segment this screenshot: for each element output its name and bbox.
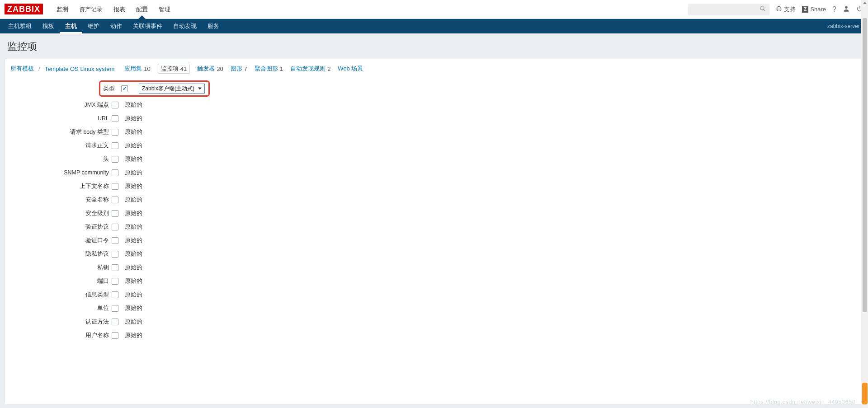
form-label: SNMP community <box>21 169 112 176</box>
chevron-down-icon <box>198 88 202 90</box>
form-label: 安全级别 <box>21 210 112 217</box>
breadcrumb-all-templates[interactable]: 所有模板 <box>10 65 34 73</box>
form-label: 私钥 <box>21 264 112 272</box>
form-label: 头 <box>21 155 112 163</box>
help-icon: ? <box>832 5 836 14</box>
form-checkbox[interactable] <box>112 319 118 325</box>
form-checkbox[interactable] <box>112 142 118 149</box>
form-row: 隐私协议原始的 <box>21 247 858 261</box>
form-row: 私钥原始的 <box>21 261 858 274</box>
subnav-item-6[interactable]: 自动发现 <box>168 19 202 33</box>
form-checkbox[interactable] <box>112 115 118 122</box>
form-row: 请求 body 类型原始的 <box>21 125 858 139</box>
type-select-value: Zabbix客户端(主动式) <box>142 85 194 93</box>
form-original-label: 原始的 <box>125 115 142 122</box>
form-checkbox[interactable] <box>112 129 118 136</box>
form-original-label: 原始的 <box>125 277 142 285</box>
scroll-thumb[interactable] <box>863 18 867 312</box>
form-row: 头原始的 <box>21 152 858 166</box>
headset-icon <box>776 5 782 13</box>
subnav-item-2[interactable]: 主机 <box>60 19 82 33</box>
z-icon: Z <box>802 6 808 13</box>
tab-label: 触发器 <box>197 65 215 73</box>
tab-label: 聚合图形 <box>255 65 278 73</box>
form-area: 类型 Zabbix客户端(主动式) JMX 端点原始的URL原始的请求 body… <box>10 80 858 342</box>
form-label: 安全名称 <box>21 196 112 204</box>
type-highlight: 类型 Zabbix客户端(主动式) <box>99 80 210 97</box>
form-checkbox[interactable] <box>112 169 118 176</box>
form-original-label: 原始的 <box>125 210 142 217</box>
tab-1[interactable]: 监控项 41 <box>158 64 190 74</box>
form-checkbox[interactable] <box>112 197 118 203</box>
form-label: 上下文名称 <box>21 183 112 190</box>
form-original-label: 原始的 <box>125 305 142 312</box>
form-label: 用户名称 <box>21 332 112 339</box>
form-row: 单位原始的 <box>21 301 858 315</box>
form-checkbox[interactable] <box>112 278 118 285</box>
type-label: 类型 <box>103 85 117 93</box>
form-checkbox[interactable] <box>112 224 118 230</box>
tab-0[interactable]: 应用集 10 <box>124 64 150 74</box>
top-nav: 监测资产记录报表配置管理 <box>51 0 176 19</box>
form-checkbox[interactable] <box>112 183 118 190</box>
form-checkbox[interactable] <box>112 102 118 108</box>
scroll-up-icon[interactable] <box>863 1 867 5</box>
topnav-item-2[interactable]: 报表 <box>108 0 131 19</box>
form-row: 请求正文原始的 <box>21 139 858 152</box>
form-checkbox[interactable] <box>112 237 118 244</box>
tab-label: 自动发现规则 <box>290 65 326 73</box>
topnav-item-4[interactable]: 管理 <box>153 0 176 19</box>
topnav-item-1[interactable]: 资产记录 <box>74 0 108 19</box>
subnav-item-0[interactable]: 主机群组 <box>3 19 37 33</box>
tab-label: 监控项 <box>161 65 179 73</box>
tab-5[interactable]: 自动发现规则 2 <box>290 64 330 74</box>
search-input[interactable] <box>688 4 769 15</box>
share-link[interactable]: Z Share <box>802 6 826 13</box>
sub-nav: 主机群组模板主机维护动作关联项事件自动发现服务 zabbix-server <box>0 19 868 33</box>
user-button[interactable] <box>843 5 850 14</box>
form-original-label: 原始的 <box>125 183 142 190</box>
content-card: 所有模板 / Template OS Linux system 应用集 10监控… <box>5 59 863 404</box>
help-button[interactable]: ? <box>832 5 836 14</box>
type-select[interactable]: Zabbix客户端(主动式) <box>139 84 205 94</box>
type-checkbox[interactable] <box>121 85 128 92</box>
form-original-label: 原始的 <box>125 101 142 109</box>
form-checkbox[interactable] <box>112 305 118 312</box>
form-checkbox[interactable] <box>112 156 118 163</box>
form-checkbox[interactable] <box>112 291 118 298</box>
tab-count: 1 <box>280 66 283 72</box>
subnav-item-7[interactable]: 服务 <box>202 19 225 33</box>
share-label: Share <box>810 6 826 13</box>
form-row: 端口原始的 <box>21 274 858 288</box>
subnav-item-1[interactable]: 模板 <box>37 19 60 33</box>
subnav-item-4[interactable]: 动作 <box>105 19 127 33</box>
form-label: 验证口令 <box>21 237 112 244</box>
form-row: JMX 端点原始的 <box>21 98 858 112</box>
tab-count: 10 <box>144 66 150 72</box>
form-checkbox[interactable] <box>112 264 118 271</box>
subnav-item-3[interactable]: 维护 <box>82 19 105 33</box>
logo[interactable]: ZABBIX <box>5 4 43 14</box>
form-label: JMX 端点 <box>21 101 112 109</box>
form-checkbox[interactable] <box>112 210 118 217</box>
tab-2[interactable]: 触发器 20 <box>197 64 223 74</box>
form-original-label: 原始的 <box>125 169 142 177</box>
form-row: 验证口令原始的 <box>21 234 858 247</box>
form-row: 安全级别原始的 <box>21 206 858 220</box>
form-row: 验证协议原始的 <box>21 220 858 234</box>
tab-4[interactable]: 聚合图形 1 <box>255 64 283 74</box>
svg-point-0 <box>760 6 764 10</box>
scrollbar[interactable] <box>861 0 868 408</box>
form-checkbox[interactable] <box>112 251 118 258</box>
form-original-label: 原始的 <box>125 155 142 163</box>
subnav-item-5[interactable]: 关联项事件 <box>127 19 168 33</box>
form-checkbox[interactable] <box>112 332 118 339</box>
tab-3[interactable]: 图形 7 <box>231 64 247 74</box>
topnav-item-3[interactable]: 配置 <box>131 0 153 19</box>
support-link[interactable]: 支持 <box>776 5 796 14</box>
tab-6[interactable]: Web 场景 <box>338 64 363 74</box>
form-label: 验证协议 <box>21 223 112 231</box>
breadcrumb-template[interactable]: Template OS Linux system <box>45 66 115 72</box>
topnav-item-0[interactable]: 监测 <box>51 0 74 19</box>
form-row: URL原始的 <box>21 112 858 125</box>
